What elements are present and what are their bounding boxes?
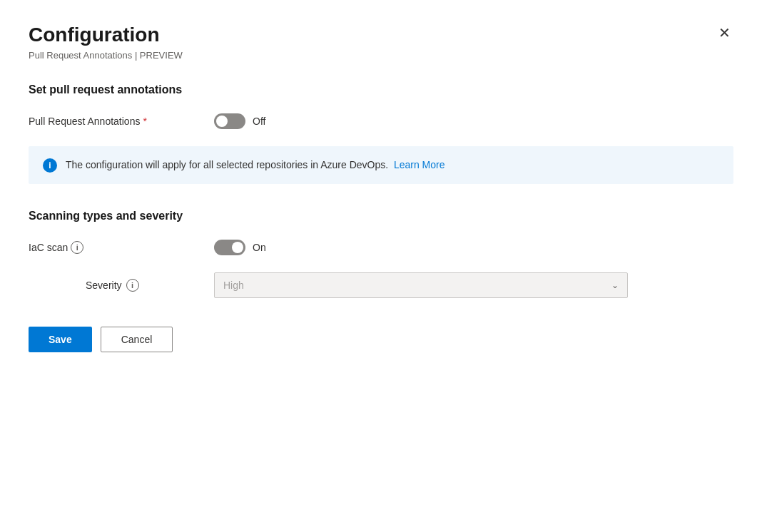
iac-scan-label: IaC scan i	[29, 241, 214, 254]
dialog-subtitle: Pull Request Annotations | PREVIEW	[29, 50, 183, 61]
title-group: Configuration Pull Request Annotations |…	[29, 23, 183, 61]
required-indicator: *	[143, 116, 146, 127]
info-icon: i	[43, 158, 57, 173]
cancel-button[interactable]: Cancel	[101, 327, 173, 352]
pull-request-section-title: Set pull request annotations	[29, 83, 733, 96]
scanning-section: Scanning types and severity IaC scan i O…	[29, 210, 733, 298]
learn-more-link[interactable]: Learn More	[394, 159, 445, 170]
severity-row: Severity i High ⌄	[29, 272, 733, 298]
info-banner: i The configuration will apply for all s…	[29, 146, 733, 184]
close-button[interactable]: ✕	[716, 23, 733, 43]
configuration-dialog: Configuration Pull Request Annotations |…	[0, 0, 762, 532]
pull-request-label: Pull Request Annotations *	[29, 116, 214, 127]
dialog-title: Configuration	[29, 23, 183, 47]
info-banner-text: The configuration will apply for all sel…	[66, 158, 444, 173]
severity-label: Severity i	[29, 279, 214, 292]
info-banner-body: The configuration will apply for all sel…	[66, 159, 388, 170]
pull-request-toggle[interactable]	[214, 113, 245, 129]
pull-request-section: Set pull request annotations Pull Reques…	[29, 83, 733, 184]
iac-toggle-container: On	[214, 240, 266, 255]
iac-info-icon[interactable]: i	[71, 241, 83, 254]
iac-toggle-label: On	[253, 242, 266, 253]
iac-scan-row: IaC scan i On	[29, 240, 733, 255]
save-button[interactable]: Save	[29, 327, 92, 352]
severity-dropdown[interactable]: High ⌄	[214, 272, 628, 298]
pull-request-label-text: Pull Request Annotations	[29, 116, 140, 127]
iac-scan-toggle[interactable]	[214, 240, 245, 255]
pull-request-toggle-label: Off	[253, 116, 265, 127]
iac-scan-label-text: IaC scan	[29, 242, 68, 253]
info-icon-letter: i	[49, 160, 51, 170]
severity-dropdown-value: High	[223, 280, 244, 291]
severity-info-icon[interactable]: i	[126, 279, 139, 292]
chevron-down-icon: ⌄	[611, 280, 619, 290]
pull-request-toggle-row: Pull Request Annotations * Off	[29, 113, 733, 129]
severity-label-text: Severity	[86, 280, 122, 291]
pull-request-toggle-container: Off	[214, 113, 265, 129]
dialog-header: Configuration Pull Request Annotations |…	[29, 23, 733, 61]
button-row: Save Cancel	[29, 327, 733, 352]
scanning-section-title: Scanning types and severity	[29, 210, 733, 222]
